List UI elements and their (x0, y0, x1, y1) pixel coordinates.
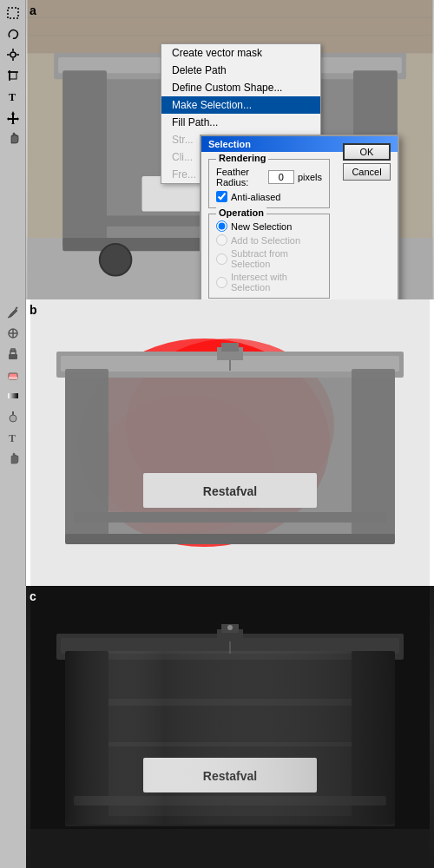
tool-text[interactable]: T (3, 87, 23, 106)
cancel-button[interactable]: Cancel (343, 163, 391, 181)
svg-rect-77 (65, 651, 395, 825)
panel-b: T b (0, 299, 434, 586)
tool-b-hand[interactable] (3, 449, 23, 468)
menu-fill-path[interactable]: Fill Path... (161, 114, 320, 131)
panel-c-label: c (30, 589, 36, 603)
svg-marker-10 (7, 111, 19, 124)
tool-crop[interactable] (3, 66, 23, 85)
anti-aliased-checkbox[interactable] (216, 191, 227, 202)
canvas-c: c (26, 586, 434, 868)
svg-point-67 (227, 625, 233, 630)
panel-c: c (0, 586, 434, 868)
radio-new-label: New Selection (231, 221, 292, 232)
svg-line-31 (16, 307, 17, 309)
radio-add-selection[interactable]: Add to Selection (216, 234, 322, 246)
svg-text:Restafval: Restafval (203, 484, 257, 498)
svg-rect-59 (221, 343, 239, 352)
feather-unit: pixels (298, 172, 322, 182)
operation-title: Operation (216, 207, 266, 218)
radio-intersect-label: Intersect with Selection (231, 272, 322, 293)
tool-b-dodge[interactable] (3, 407, 23, 426)
tool-b-brush[interactable] (3, 303, 23, 322)
rendering-section: Rendering Feather Radius: pixels Anti-al… (208, 159, 330, 208)
svg-rect-8 (10, 72, 16, 79)
feather-label: Feather Radius: (216, 167, 265, 187)
tool-b-healing[interactable] (3, 324, 23, 343)
make-selection-dialog: Selection Rendering Feather Radius: pixe… (200, 135, 399, 299)
panel-a-label: a (30, 3, 36, 17)
feather-row: Feather Radius: pixels (216, 167, 322, 187)
feather-input[interactable] (268, 170, 294, 184)
svg-rect-40 (8, 393, 18, 398)
tool-move[interactable] (3, 108, 23, 127)
svg-rect-57 (74, 512, 386, 523)
radio-subtract-selection[interactable]: Subtract from Selection (216, 248, 322, 269)
svg-text:T: T (9, 432, 16, 444)
svg-rect-76 (30, 829, 430, 868)
operation-section: Operation New Selection Add to Selection… (208, 214, 330, 299)
dialog-buttons: OK Cancel (343, 143, 391, 181)
anti-aliased-row: Anti-aliased (216, 191, 322, 202)
menu-create-vector-mask[interactable]: Create vector mask (161, 44, 320, 62)
radio-subtract-label: Subtract from Selection (231, 248, 322, 269)
panel-a: T a (0, 0, 434, 299)
radio-intersect-selection[interactable]: Intersect with Selection (216, 272, 322, 293)
toolbar-a: T (0, 0, 26, 299)
svg-rect-39 (9, 377, 17, 379)
ok-button[interactable]: OK (343, 143, 391, 161)
canvas-a: a Resta (26, 0, 434, 299)
svg-point-27 (100, 244, 132, 276)
menu-define-custom-shape[interactable]: Define Custom Shape... (161, 79, 320, 96)
anti-aliased-label: Anti-aliased (231, 192, 280, 202)
panel-b-label: b (30, 303, 37, 317)
svg-rect-56 (65, 534, 395, 544)
tool-b-text[interactable]: T (3, 428, 23, 447)
dialog-body: Rendering Feather Radius: pixels Anti-al… (201, 152, 398, 299)
svg-text:T: T (9, 91, 16, 103)
svg-point-5 (10, 52, 16, 57)
menu-delete-path[interactable]: Delete Path (161, 62, 320, 79)
tool-b-eraser[interactable] (3, 365, 23, 385)
radio-add-label: Add to Selection (231, 235, 300, 246)
svg-rect-0 (8, 8, 18, 18)
tool-b-stamp[interactable] (3, 345, 23, 364)
main-container: T a (0, 0, 434, 868)
tool-hand[interactable] (3, 128, 23, 148)
tool-lasso[interactable] (3, 24, 23, 43)
rendering-title: Rendering (216, 153, 268, 163)
menu-make-selection[interactable]: Make Selection... (161, 96, 320, 114)
svg-point-41 (10, 415, 16, 422)
radio-new-selection[interactable]: New Selection (216, 220, 322, 232)
canvas-b: b Restafval (26, 299, 434, 586)
tool-marquee[interactable] (3, 3, 23, 23)
tool-b-gradient[interactable] (3, 386, 23, 405)
tool-magic-wand[interactable] (3, 45, 23, 64)
toolbar-b: T (0, 299, 26, 586)
